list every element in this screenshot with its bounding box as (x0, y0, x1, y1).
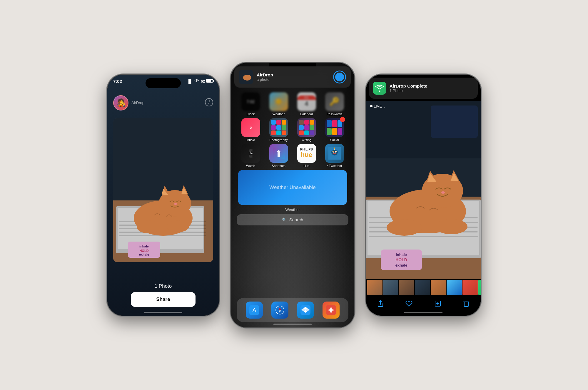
airdrop-label: AirDrop (131, 101, 144, 105)
heart-toolbar-button[interactable] (402, 297, 415, 310)
calendar-label: Calendar (300, 112, 313, 116)
status-time: 7:02 (113, 79, 122, 84)
app-row-2: ♪ Music Photography (237, 118, 348, 142)
tweetbot-icon-img (325, 144, 344, 163)
calendar-icon-img: JUL 4 (297, 92, 316, 111)
delete-toolbar-button[interactable] (460, 297, 473, 310)
thumb-5[interactable] (431, 280, 446, 295)
svg-point-39 (334, 148, 335, 149)
app-icon-watch[interactable]: Watch (239, 144, 262, 168)
phone-2: AirDrop a photo 7:02 Clock ☀️ Weather (231, 63, 354, 327)
hue-label: Hue (303, 164, 309, 168)
airdrop-complete-title: AirDrop Complete (390, 83, 474, 88)
phone2-screen: AirDrop a photo 7:02 Clock ☀️ Weather (231, 63, 354, 327)
svg-text:exhale: exhale (395, 263, 407, 267)
dock-appstore[interactable]: A (246, 302, 263, 319)
app-icon-social[interactable]: Social (323, 118, 346, 142)
social-label: Social (330, 138, 339, 142)
photography-icon-img (269, 118, 288, 137)
clock-icon-img: 7:02 (241, 92, 260, 111)
app-icon-calendar[interactable]: JUL 4 Calendar (295, 92, 318, 116)
thumb-4[interactable] (415, 280, 430, 295)
airdrop-complete-icon (373, 82, 386, 95)
photo-viewer: inhale HOLD exhale (366, 101, 481, 280)
writing-label: Writing (301, 138, 311, 142)
svg-text:inhale: inhale (396, 252, 407, 257)
watch-label: Watch (246, 164, 255, 168)
home-indicator-1 (144, 312, 182, 313)
thumb-7[interactable] (462, 280, 478, 295)
add-to-album-button[interactable] (431, 297, 444, 310)
shortcuts-icon-img (269, 144, 288, 163)
dock-dropbox[interactable] (297, 302, 314, 319)
app-icon-music[interactable]: ♪ Music (239, 118, 262, 142)
watch-icon-img (241, 144, 260, 163)
avatar: 🧑‍🎤 (113, 95, 128, 111)
airdrop-complete-text: AirDrop Complete 1 Photo (390, 83, 474, 93)
filmstrip[interactable] (366, 279, 481, 296)
svg-text:A: A (252, 307, 256, 313)
app-icon-weather[interactable]: ☀️ Weather (267, 92, 290, 116)
live-label: LIVE (374, 104, 382, 108)
filmstrip-inner (366, 279, 481, 296)
avatar-area: 🧑‍🎤 AirDrop (113, 95, 144, 111)
svg-text:♪: ♪ (249, 123, 252, 131)
thumb-3[interactable] (399, 280, 414, 295)
passwords-icon-img: 🔑 (325, 92, 344, 111)
thumb-6[interactable] (447, 280, 462, 295)
wifi-icon (194, 79, 199, 83)
dock-spark[interactable] (323, 302, 340, 319)
app-icon-writing[interactable]: Writing (295, 118, 318, 142)
airdrop-banner-text: AirDrop a photo (257, 72, 330, 82)
svg-rect-40 (331, 151, 332, 153)
app-icon-hue[interactable]: PHILIPS hue Hue (295, 144, 318, 168)
svg-point-35 (333, 151, 334, 152)
app-icon-photography[interactable]: Photography (267, 118, 290, 142)
photo-count-label: 1 Photo (107, 283, 219, 289)
svg-point-76 (435, 219, 467, 234)
writing-icon-img (297, 118, 316, 137)
search-placeholder: Search (289, 217, 303, 222)
airdrop-thumbnail (239, 70, 253, 84)
dock-safari[interactable] (271, 302, 288, 319)
app-icon-tweetbot[interactable]: • Tweetbot (323, 144, 346, 168)
dock: A (237, 298, 348, 322)
thumb-2[interactable] (383, 280, 398, 295)
svg-rect-41 (337, 151, 338, 153)
music-icon-img: ♪ (241, 118, 260, 137)
svg-point-32 (332, 150, 338, 155)
airdrop-banner[interactable]: AirDrop a photo (234, 66, 351, 88)
share-toolbar-button[interactable] (374, 297, 387, 310)
svg-text:exhale: exhale (139, 253, 149, 256)
airdrop-complete-banner[interactable]: AirDrop Complete 1 Photo (369, 78, 478, 99)
info-icon[interactable]: i (205, 98, 213, 106)
clock-label: Clock (247, 112, 255, 116)
cat-photo: inhale HOLD exhale (113, 118, 213, 262)
tweetbot-label: • Tweetbot (327, 164, 342, 168)
home-indicator-3 (404, 312, 442, 313)
app-icon-passwords[interactable]: 🔑 Passwords (323, 92, 346, 116)
thumb-8[interactable] (478, 280, 481, 295)
weather-widget[interactable]: Weather Unavailable (238, 170, 347, 205)
app-icon-shortcuts[interactable]: Shortcuts (267, 144, 290, 168)
svg-text:inhale: inhale (139, 245, 149, 248)
app-row-1: 7:02 Clock ☀️ Weather JUL 4 Calendar 🔑 (237, 92, 348, 116)
dynamic-island-1 (146, 78, 181, 88)
search-icon: 🔍 (282, 217, 287, 222)
svg-point-16 (137, 220, 160, 233)
svg-text:HOLD: HOLD (395, 257, 407, 262)
airdrop-accept-button[interactable] (333, 71, 346, 83)
share-button[interactable]: Share (131, 292, 196, 307)
svg-point-75 (387, 219, 422, 236)
app-icon-clock[interactable]: 7:02 Clock (239, 92, 262, 116)
airdrop-title: AirDrop (257, 72, 330, 77)
phone-3: AirDrop Complete 1 Photo LIVE ⌄ (366, 75, 481, 316)
signal-icon: ▐▌ (187, 79, 192, 83)
battery-display: 62 (201, 79, 213, 83)
photography-label: Photography (269, 138, 288, 142)
home-indicator-2 (273, 324, 312, 325)
search-bar[interactable]: 🔍 Search (237, 214, 348, 225)
shortcuts-label: Shortcuts (272, 164, 285, 168)
airdrop-complete-subtitle: 1 Photo (390, 88, 474, 93)
thumb-1[interactable] (367, 280, 382, 295)
